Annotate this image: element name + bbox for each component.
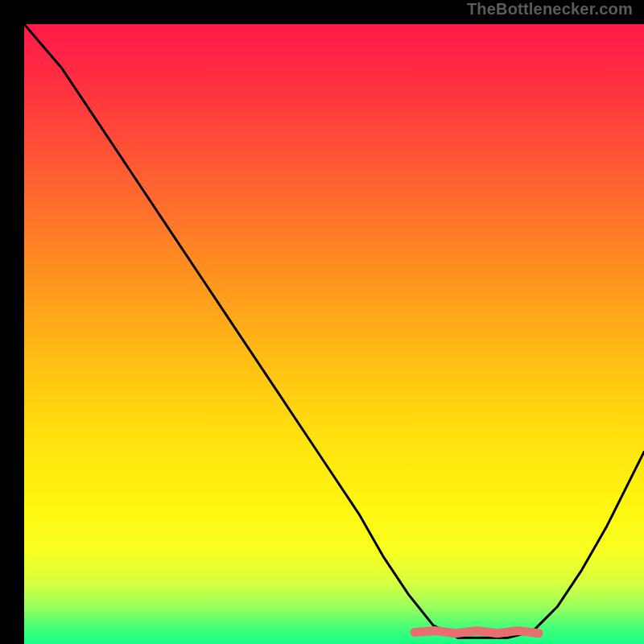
minimum-band: [415, 631, 539, 634]
bottleneck-curve: [24, 24, 644, 638]
attribution-text: TheBottlenecker.com: [467, 0, 633, 19]
plot-area: [24, 24, 644, 644]
chart-svg: [24, 24, 644, 644]
chart-frame: [12, 12, 632, 632]
